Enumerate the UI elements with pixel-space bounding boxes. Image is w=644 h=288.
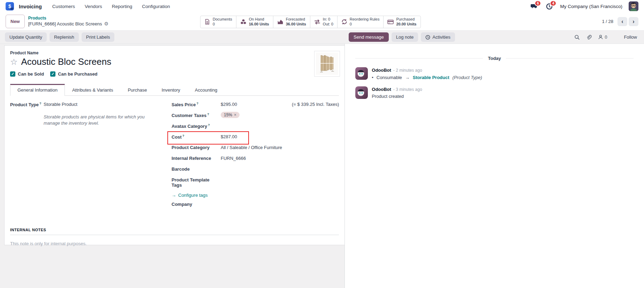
gear-icon[interactable]: ⚙ <box>104 21 108 27</box>
user-avatar[interactable] <box>629 1 638 11</box>
messages-badge: 6 <box>535 0 541 6</box>
can-be-purchased-label: Can be Purchased <box>58 71 97 77</box>
status-bar: Update Quantity Replenish Print Labels S… <box>0 31 644 44</box>
stat-in-value: In: 0 <box>323 17 333 22</box>
search-icon[interactable] <box>574 34 580 40</box>
activities-button-label: Activities <box>432 34 450 40</box>
cubes-icon <box>240 19 247 25</box>
breadcrumb-current: [FURN_6666] Acoustic Bloc Screens <box>28 21 102 27</box>
favorite-star-icon[interactable]: ☆ <box>10 58 18 66</box>
clock-icon <box>425 35 430 40</box>
tracking-field-name: (Product Type) <box>453 75 482 80</box>
product-type-value[interactable]: Storable Product <box>44 102 77 107</box>
odoobot-avatar <box>355 67 368 80</box>
customer-taxes-label: Customer Taxes? <box>172 112 221 118</box>
message-body: Product created <box>372 94 422 99</box>
tax-tag-remove-icon[interactable]: × <box>234 112 236 117</box>
tab-inventory[interactable]: Inventory <box>154 84 187 96</box>
pager-previous-button[interactable]: ‹ <box>618 17 627 26</box>
cost-label: Cost? <box>172 134 221 140</box>
sales-price-label: Sales Price? <box>172 102 221 107</box>
tracking-new-value: Storable Product <box>413 75 449 80</box>
help-icon: ? <box>207 112 209 116</box>
messages-icon[interactable]: 6 <box>529 2 538 10</box>
menu-configuration[interactable]: Configuration <box>138 2 174 11</box>
tax-tag-value: 15% <box>224 112 232 117</box>
stat-on-hand[interactable]: On Hand 16.00 Units <box>236 16 273 28</box>
activities-badge: 4 <box>550 0 557 6</box>
barcode-label: Barcode <box>172 166 221 172</box>
help-icon: ? <box>208 123 210 127</box>
can-be-sold-label: Can be Sold <box>18 71 44 77</box>
document-icon <box>204 19 210 25</box>
product-name-input[interactable]: Acoustic Bloc Screens <box>21 56 112 67</box>
menu-customers[interactable]: Customers <box>48 2 79 11</box>
configure-tags-link[interactable]: → Configure tags <box>172 193 208 198</box>
company-label: Company <box>172 202 221 207</box>
stat-out-value: Out: 0 <box>323 22 333 27</box>
odoobot-avatar <box>355 86 368 99</box>
replenish-button[interactable]: Replenish <box>50 32 79 42</box>
breadcrumb-products-link[interactable]: Products <box>28 16 108 21</box>
attachment-icon[interactable] <box>586 34 592 40</box>
stat-label: Purchased <box>396 17 416 22</box>
bullet-icon: • <box>372 75 373 80</box>
tab-accounting[interactable]: Accounting <box>188 84 225 96</box>
chevron-left-icon: ‹ <box>621 18 623 25</box>
internal-reference-value[interactable]: FURN_6666 <box>221 156 246 161</box>
user-avatar-image <box>629 1 638 11</box>
tab-purchase[interactable]: Purchase <box>120 84 154 96</box>
internal-reference-label: Internal Reference <box>172 156 221 161</box>
product-image[interactable] <box>314 51 340 77</box>
stat-reordering-rules[interactable]: Reordering Rules 0 <box>337 16 384 28</box>
stat-value: 0 <box>350 22 380 27</box>
update-quantity-button[interactable]: Update Quantity <box>5 32 47 42</box>
pager-next-button[interactable]: › <box>629 17 638 26</box>
product-category-label: Product Category <box>172 145 221 150</box>
stat-in-out[interactable]: In: 0 Out: 0 <box>310 16 338 28</box>
top-navbar: $ Invoicing Customers Vendors Reporting … <box>0 0 644 13</box>
chatter-panel: Today OdooBot - 2 minutes ago <box>345 44 644 288</box>
avatax-category-label: Avatax Category? <box>172 123 221 129</box>
can-be-sold-checkbox[interactable]: ✓ <box>10 71 15 77</box>
message-author[interactable]: OdooBot <box>372 68 391 73</box>
tab-general-information[interactable]: General Information <box>10 84 65 96</box>
send-message-button[interactable]: Send message <box>349 32 389 42</box>
stat-value: 20.00 Units <box>396 22 416 27</box>
notebook-tabs: General Information Attributes & Variant… <box>10 84 339 96</box>
menu-reporting[interactable]: Reporting <box>108 2 137 11</box>
control-panel: New Products [FURN_6666] Acoustic Bloc S… <box>0 13 644 31</box>
menu-vendors[interactable]: Vendors <box>81 2 106 11</box>
in-out-arrows-icon <box>314 19 320 25</box>
cost-value[interactable]: $287.00 <box>221 134 237 139</box>
activities-button[interactable]: Activities <box>421 32 455 42</box>
followers-button[interactable]: 0 <box>598 34 607 40</box>
follow-button[interactable]: Follow <box>624 34 637 40</box>
internal-notes-input[interactable]: This note is only for internal purposes. <box>10 241 339 246</box>
help-icon: ? <box>182 134 184 138</box>
customer-tax-tag[interactable]: 15% × <box>221 112 240 118</box>
product-category-value[interactable]: All / Saleable / Office Furniture <box>221 145 282 150</box>
stat-forecasted[interactable]: Forecasted 36.00 Units <box>273 16 310 28</box>
log-note-button[interactable]: Log note <box>392 32 418 42</box>
print-labels-button[interactable]: Print Labels <box>82 32 115 42</box>
can-be-purchased-checkbox[interactable]: ✓ <box>50 71 55 77</box>
app-name[interactable]: Invoicing <box>19 3 42 9</box>
activities-clock-icon[interactable]: 4 <box>545 2 554 10</box>
stat-value: 36.00 Units <box>286 22 306 27</box>
sales-price-value[interactable]: $295.00 <box>221 102 237 107</box>
main-menu: Customers Vendors Reporting Configuratio… <box>48 2 174 11</box>
new-button[interactable]: New <box>6 15 25 28</box>
sales-price-tax-note: (= $ 339.25 Incl. Taxes) <box>292 102 339 107</box>
pager-value[interactable]: 1 / 28 <box>602 19 613 24</box>
arrow-right-icon: → <box>172 193 176 198</box>
stat-documents[interactable]: Documents 0 <box>200 16 236 28</box>
message-author[interactable]: OdooBot <box>372 87 391 92</box>
message-time: - 2 minutes ago <box>393 68 422 73</box>
tracking-change: • Consumable → Storable Product (Product… <box>372 75 482 80</box>
configure-tags-label: Configure tags <box>178 193 208 198</box>
company-switcher[interactable]: My Company (San Francisco) <box>560 4 622 9</box>
tab-attributes-variants[interactable]: Attributes & Variants <box>65 84 121 96</box>
invoicing-app-icon[interactable]: $ <box>6 2 14 10</box>
stat-purchased[interactable]: Purchased 20.00 Units <box>383 16 421 28</box>
